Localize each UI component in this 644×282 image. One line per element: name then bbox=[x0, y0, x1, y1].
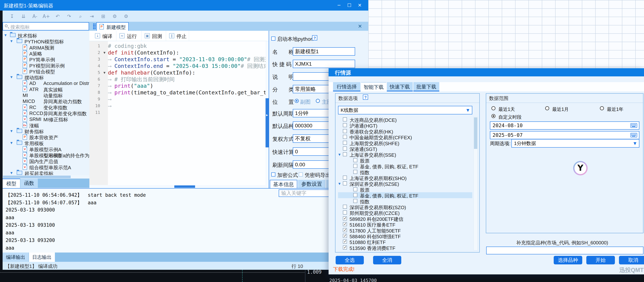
list-item[interactable]: 股票 bbox=[338, 158, 472, 163]
unchecked-checkbox[interactable] bbox=[353, 193, 357, 197]
choose-symbols-button[interactable]: 选择品种 bbox=[554, 256, 582, 264]
subchart-radio[interactable] bbox=[295, 99, 299, 103]
code-line[interactable] bbox=[108, 109, 269, 116]
code-line[interactable]: # coding:gbk bbox=[108, 43, 269, 49]
tab-close-icon[interactable]: ✕ bbox=[358, 23, 362, 29]
checked-checkbox[interactable] bbox=[343, 228, 347, 232]
unchecked-checkbox[interactable] bbox=[343, 205, 347, 209]
insert-icon[interactable]: ⊞ bbox=[99, 12, 108, 20]
list-item[interactable]: 基金, 债券, 回购, 权证, ETF bbox=[338, 163, 472, 169]
list-item[interactable]: 沪港通(HGT) bbox=[338, 122, 472, 128]
search-input[interactable]: 搜索指标 bbox=[2, 22, 89, 30]
clear-all-button[interactable]: 全消 bbox=[373, 256, 401, 264]
tree-item[interactable]: MI动量指标 bbox=[2, 92, 90, 98]
list-item[interactable]: 深圳证券交易所期权(SZO) bbox=[338, 204, 472, 210]
find-icon[interactable]: ⌕ bbox=[76, 12, 85, 20]
data-type-dropdown[interactable]: K线数据 ▼ bbox=[338, 106, 472, 114]
tree-item[interactable]: vATR真实波幅 bbox=[2, 86, 90, 92]
exchange-list[interactable]: 大连商品交易所(DCE)沪港通(HGT)香港联合交易所(HK)中国金融期货交易所… bbox=[338, 116, 472, 250]
tree-item[interactable]: PPY简单示例 bbox=[2, 56, 90, 62]
tab-parameters[interactable]: 参数设置 bbox=[298, 180, 326, 188]
run-button[interactable]: ≈运行 bbox=[117, 31, 142, 41]
unchecked-checkbox[interactable] bbox=[343, 146, 347, 150]
tree-item[interactable]: v组合模型单股示范A bbox=[2, 164, 90, 170]
supplement-input[interactable] bbox=[486, 246, 644, 254]
undo-icon[interactable]: ↶ bbox=[54, 12, 62, 20]
doc-settings-icon[interactable]: ⚙ bbox=[110, 12, 119, 20]
tab-model[interactable]: 模型 bbox=[2, 178, 20, 188]
expand-icon[interactable]: ▼ bbox=[338, 153, 341, 156]
dialog-titlebar[interactable]: 行情源 bbox=[328, 68, 644, 76]
tree-item[interactable]: v单股模型示例B引用模型a的持仓作为 bbox=[2, 152, 90, 158]
tab-market-select[interactable]: 行情选择 bbox=[333, 82, 360, 92]
expand-icon[interactable]: ▼ bbox=[10, 130, 12, 133]
list-item[interactable]: 中国金融期货交易所(CFFEX) bbox=[338, 134, 472, 140]
fold-icon[interactable]: ▼ bbox=[104, 69, 106, 76]
tree-item[interactable]: ▼PYTHON模型指标 bbox=[2, 38, 90, 44]
tab-fast-download[interactable]: 快速下载 bbox=[387, 82, 413, 92]
tree-item[interactable]: ▼技术指标 bbox=[2, 32, 90, 38]
sidebar-hscroll-thumb[interactable] bbox=[3, 176, 71, 178]
font-increase-icon[interactable]: A+ bbox=[42, 12, 50, 20]
doc-settings2-icon[interactable]: ⚙ bbox=[122, 12, 130, 20]
unchecked-checkbox[interactable] bbox=[343, 129, 347, 133]
editor-vscroll-thumb[interactable] bbox=[266, 98, 269, 148]
keyboard-icon[interactable] bbox=[630, 123, 637, 128]
tree-item[interactable]: ▼摆动指标 bbox=[2, 74, 90, 80]
mainchart-radio[interactable] bbox=[316, 99, 320, 103]
list-item[interactable]: 589820 科创200ETF建信 bbox=[338, 216, 472, 222]
unchecked-checkbox[interactable] bbox=[343, 123, 347, 127]
list-item[interactable]: 深港通(SGT) bbox=[338, 146, 472, 152]
list-item[interactable]: 郑州期货交易所(CZCE) bbox=[338, 210, 472, 216]
start-button[interactable]: 开始 bbox=[586, 256, 615, 264]
unchecked-checkbox[interactable] bbox=[353, 158, 357, 162]
cancel-button[interactable]: 取消 bbox=[619, 256, 644, 264]
start-date-input[interactable]: 2024-08-10 bbox=[490, 122, 639, 130]
code-line[interactable]: def init(ContextInfo): bbox=[108, 49, 269, 56]
list-item[interactable]: 上海期货交易所(SHFE) bbox=[338, 140, 472, 146]
list-item[interactable]: ▼深圳证券交易所(SZSE) bbox=[338, 180, 472, 186]
tab-smart-download[interactable]: 智能下载 bbox=[361, 82, 386, 92]
field-input[interactable]: XJMX1 bbox=[293, 60, 355, 68]
expand-icon[interactable]: ▼ bbox=[10, 141, 12, 144]
tab-compile-output[interactable]: 编译输出 bbox=[2, 252, 28, 262]
tab-basic-info[interactable]: 基本信息 bbox=[270, 180, 297, 188]
splitter-handle[interactable] bbox=[93, 23, 94, 30]
unchecked-checkbox[interactable] bbox=[353, 199, 357, 203]
range-radio[interactable] bbox=[545, 106, 549, 110]
tree-item[interactable]: ▼超买超卖指标 bbox=[2, 170, 90, 175]
checked-checkbox[interactable] bbox=[343, 222, 347, 226]
code-line[interactable]: ⟶ print("aaa") bbox=[108, 82, 269, 89]
backtest-button[interactable]: ▣回测 bbox=[142, 31, 166, 41]
compile-button[interactable]: ↓编译 bbox=[93, 31, 116, 41]
tree-item[interactable]: vRCCD异同离差变化率指数 bbox=[2, 110, 90, 116]
unchecked-checkbox[interactable] bbox=[343, 141, 347, 145]
range-radio[interactable] bbox=[600, 106, 604, 110]
code-line[interactable]: def handlebar(ContextInfo): bbox=[108, 69, 269, 76]
unchecked-checkbox[interactable] bbox=[343, 152, 347, 156]
save-all-icon[interactable]: ⇊ bbox=[19, 12, 28, 20]
tree-item[interactable]: PPY模型回测示例 bbox=[2, 62, 90, 68]
list-item[interactable]: 516610 医疗服务ETF bbox=[338, 221, 472, 227]
checked-checkbox[interactable] bbox=[343, 240, 347, 244]
expand-icon[interactable]: ▼ bbox=[10, 76, 12, 79]
list-item[interactable]: 指数 bbox=[338, 198, 472, 204]
checked-checkbox[interactable] bbox=[343, 234, 347, 238]
end-date-input[interactable]: 2025-05-07 bbox=[490, 131, 639, 139]
tree-item[interactable]: PARIMA预测 bbox=[2, 44, 90, 50]
range-radio[interactable] bbox=[492, 106, 496, 110]
collapse-right-icon[interactable]: ▶ bbox=[266, 114, 268, 116]
keyboard-icon[interactable] bbox=[630, 133, 637, 138]
minimize-button[interactable]: ─ bbox=[335, 2, 343, 8]
unchecked-checkbox[interactable] bbox=[343, 210, 347, 214]
unchecked-checkbox[interactable] bbox=[353, 170, 357, 174]
unchecked-checkbox[interactable] bbox=[343, 117, 347, 122]
local-python-checkbox[interactable] bbox=[271, 36, 275, 40]
tree-item[interactable]: ▼常用模板 bbox=[2, 140, 90, 146]
list-item[interactable]: 指数 bbox=[338, 169, 472, 175]
export-icon[interactable]: ⇥ bbox=[88, 12, 96, 20]
list-item[interactable]: 513590 香港消费ETF bbox=[338, 245, 472, 250]
tree-item[interactable]: PA策略 bbox=[2, 50, 90, 56]
list-item[interactable]: 大连商品交易所(DCE) bbox=[338, 116, 472, 122]
editor-hscroll-thumb[interactable] bbox=[174, 186, 195, 188]
